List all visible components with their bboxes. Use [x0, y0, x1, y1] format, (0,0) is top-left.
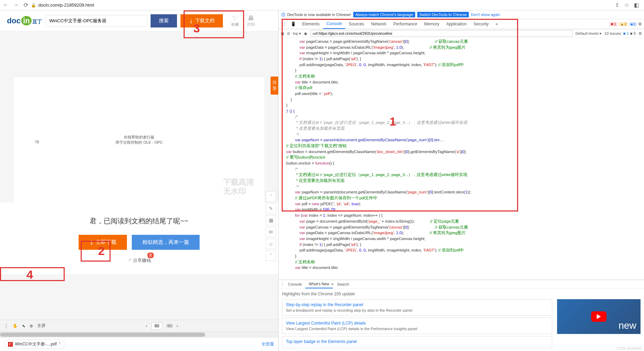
document-viewport[interactable]: 78 在线帮助的发行版 用于过程控制的 OLE - OPC 下载高清无水印 君，… [0, 31, 278, 320]
viewer-toolbar: ⋮ ✋ ⬉ ⊕ 全屏 ‹ /80 › [0, 320, 278, 332]
error-badge[interactable]: ✖ 1 [609, 22, 618, 26]
info-badge[interactable]: ■ 1 [629, 22, 637, 26]
tab-sources[interactable]: Sources [345, 19, 368, 29]
devtools-drawer: ⋮ Console What's New× Search Highlights … [279, 280, 644, 351]
devtools-infobar: ⓘ DevTools is now available in Chinese! … [279, 10, 644, 19]
pdf-icon: 🅿 [8, 342, 13, 347]
print-button[interactable]: 🖶打印 [247, 15, 255, 27]
tab-elements[interactable]: Elements [299, 19, 323, 29]
share-side-tab[interactable]: 分享 [271, 77, 278, 95]
gear-icon[interactable]: ⚙ [638, 31, 642, 36]
end-title: 君，已阅读到文档的结尾了呢~~ [0, 216, 278, 226]
download-chip[interactable]: 🅿 WinCC中文手册-....pdf ˄ [4, 340, 65, 349]
tab-more[interactable]: » [492, 19, 501, 29]
page-text-line: 在线帮助的发行版 [124, 135, 154, 140]
qr-button[interactable]: ▦ [266, 215, 276, 225]
watermark: 下载高清无水印 [223, 178, 254, 196]
tab-memory[interactable]: Memory [421, 19, 443, 29]
whatsnew-headline: Highlights from the Chrome 105 update [282, 292, 641, 296]
devtools-panel: ⓘ DevTools is now available in Chinese! … [278, 10, 644, 351]
logo[interactable]: docin豆丁 [7, 16, 42, 25]
select-tool-icon[interactable]: ⬉ [22, 324, 25, 328]
match-language-button[interactable]: Always match Chrome's language [353, 12, 415, 17]
devtools-tabs: ⬚ 📱 Elements Console Sources Network Per… [279, 19, 644, 29]
download-doc-button[interactable]: ⭳下载文档 [180, 14, 223, 27]
share-icon[interactable]: ⇪ [615, 2, 619, 8]
download-icon: ⭳ [89, 239, 96, 245]
chevron-up-icon[interactable]: ˄ [59, 342, 61, 347]
info-icon: ⓘ [281, 12, 285, 17]
downloads-bar: 🅿 WinCC中文手册-....pdf ˄ 全部显 [0, 337, 278, 351]
print-icon: 🖶 [248, 15, 254, 22]
favorite-button[interactable]: ♡收藏 [231, 14, 239, 27]
sidebar-toggle-icon[interactable]: ▣ [281, 31, 284, 36]
end-section: 君，已阅读到文档的结尾了呢~~ ⭳ 立即下载 相似精选，再来一篇 赏 ↗ 分享赚… [0, 202, 278, 274]
show-all-downloads[interactable]: 全部显 [261, 341, 274, 347]
dont-show-link[interactable]: Don't show again [471, 13, 500, 17]
feedback-button[interactable]: ✎ [266, 203, 276, 214]
tab-security[interactable]: Security [470, 19, 492, 29]
prev-page-icon[interactable]: ‹ [146, 324, 147, 328]
live-expression-icon[interactable]: ◉ [304, 31, 307, 36]
switch-chinese-button[interactable]: Switch DevTools to Chinese [417, 12, 469, 17]
page-text-line: 用于过程控制的 OLE - OPC [115, 140, 163, 145]
drawer-tab-search[interactable]: Search [333, 280, 353, 288]
back-icon[interactable]: ← [3, 2, 8, 8]
share-icon: ↗ [127, 258, 133, 263]
whatsnew-card[interactable]: Step-by-step replay in the Recorder pane… [282, 299, 552, 316]
drawer-more-icon[interactable]: ⋮ [281, 282, 284, 287]
scroll-down-button[interactable]: ˅ [266, 250, 276, 261]
page-total: /80 [167, 324, 172, 328]
device-icon[interactable]: 📱 [288, 19, 299, 29]
play-icon [591, 311, 606, 322]
reload-icon[interactable]: ⟳ [24, 2, 28, 8]
search-input[interactable] [46, 15, 147, 26]
similar-docs-button[interactable]: 相似精选，再来一篇 [132, 235, 200, 250]
lock-icon: 🔒 [31, 3, 36, 8]
fullscreen-button[interactable]: 全屏 [37, 323, 46, 329]
forward-icon[interactable]: → [13, 2, 19, 8]
zoom-in-icon[interactable]: ⊕ [30, 324, 33, 328]
warning-badge[interactable]: ▲ 2 [619, 22, 628, 26]
download-icon: ⭳ [189, 18, 194, 24]
address-bar[interactable]: 🔒 docin.com/p-21859209.html [31, 2, 612, 8]
float-toolbar: ˄ ✎ ▦ ✉ ☺ ˅ [266, 191, 276, 261]
gear-icon[interactable]: ⚙ [638, 22, 642, 26]
log-levels-selector[interactable]: Default levels ▾ [575, 31, 602, 36]
tab-console[interactable]: Console [323, 19, 345, 29]
search-box [46, 15, 147, 26]
page-input[interactable] [151, 322, 162, 329]
tab-performance[interactable]: Performance [390, 19, 421, 29]
url-text: docin.com/p-21859209.html [38, 2, 94, 8]
h-scrollbar[interactable] [0, 332, 278, 337]
console-filter-input[interactable] [310, 30, 573, 37]
scroll-up-button[interactable]: ˄ [266, 191, 276, 202]
inspect-icon[interactable]: ⬚ [279, 19, 288, 29]
search-button[interactable]: 搜索 [151, 14, 177, 27]
clear-console-icon[interactable]: ⊘ [287, 31, 290, 36]
browser-toolbar: ← → ⟳ 🔒 docin.com/p-21859209.html ⇪ ☆ ◧ [0, 0, 644, 10]
whatsnew-card[interactable]: Top layer badge in the Elements panel [282, 336, 552, 348]
share-earn-link[interactable]: 赏 ↗ 分享赚钱 [127, 257, 151, 264]
issues-summary[interactable]: 10 Issues: ■ 1 ■ 9 [604, 31, 636, 35]
support-button[interactable]: ☺ [266, 239, 276, 249]
tab-network[interactable]: Network [368, 19, 390, 29]
console-output[interactable]: var pageCanvas = page.getElementsByTagNa… [279, 38, 644, 280]
drawer-tab-console[interactable]: Console [284, 280, 305, 288]
whatsnew-video[interactable]: new [557, 299, 641, 334]
context-selector[interactable]: top ▾ [293, 31, 301, 36]
drawer-tab-whatsnew[interactable]: What's New [305, 280, 332, 288]
docin-page: docin豆丁 搜索 ⭳下载文档 ♡收藏 🖶打印 78 在线帮助的发行版 用于过… [0, 10, 278, 351]
heart-icon: ♡ [232, 14, 238, 22]
restore-icon[interactable]: ◧ [634, 2, 639, 8]
whatsnew-card[interactable]: View Largest Contentful Paint (LCP) deta… [282, 318, 552, 334]
wechat-button[interactable]: ✉ [266, 227, 276, 237]
download-now-button[interactable]: ⭳ 立即下载 [79, 235, 127, 250]
next-page-icon[interactable]: › [177, 324, 178, 328]
tab-application[interactable]: Application [443, 19, 470, 29]
reward-badge: 赏 [147, 253, 154, 258]
star-icon[interactable]: ☆ [624, 2, 629, 8]
hand-tool-icon[interactable]: ✋ [13, 324, 18, 328]
more-icon[interactable]: ⋮ [4, 324, 8, 328]
site-header: docin豆丁 搜索 ⭳下载文档 ♡收藏 🖶打印 [0, 10, 278, 31]
